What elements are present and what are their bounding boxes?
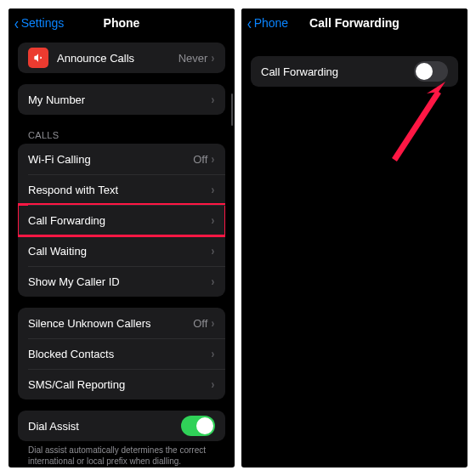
group-call-forwarding: Call Forwarding [251,56,458,87]
nav-bar: ‹ Phone Call Forwarding [241,8,468,37]
row-label: Announce Calls [57,52,178,65]
row-value: Never [178,52,208,65]
row-label: Call Forwarding [28,214,211,227]
row-value: Off [193,317,207,330]
back-button-settings[interactable]: ‹ Settings [14,8,64,37]
svg-line-0 [394,92,439,160]
annotation-arrow-icon [377,75,454,168]
row-label: Blocked Contacts [28,348,211,360]
toggle-knob [416,63,433,80]
row-my-number[interactable]: My Number › [18,84,225,115]
chevron-right-icon: › [212,93,215,106]
row-label: Dial Assist [28,420,181,433]
chevron-right-icon: › [212,244,215,258]
nav-title: Phone [104,16,140,30]
row-label: Silence Unknown Callers [28,317,193,330]
nav-title: Call Forwarding [309,16,400,30]
group-calls: Wi-Fi Calling Off › Respond with Text › … [18,144,225,297]
chevron-right-icon: › [212,316,215,330]
call-forwarding-list: Call Forwarding [241,56,468,87]
screenshot-call-forwarding: ‹ Phone Call Forwarding Call Forwarding [241,8,468,468]
chevron-left-icon: ‹ [14,14,19,31]
group-dial-assist: Dial Assist [18,411,225,441]
group-announce: Announce Calls Never › [18,42,225,73]
announce-calls-icon [28,48,48,68]
row-show-my-caller-id[interactable]: Show My Caller ID › [18,266,225,297]
chevron-right-icon: › [212,213,215,227]
row-label: Wi-Fi Calling [28,153,193,166]
chevron-right-icon: › [212,183,215,196]
settings-list: Announce Calls Never › My Number › CALLS… [8,42,235,467]
nav-bar: ‹ Settings Phone [8,8,235,37]
row-label: SMS/Call Reporting [28,378,211,391]
row-announce-calls[interactable]: Announce Calls Never › [18,42,225,73]
back-label: Phone [254,16,288,30]
row-label: Show My Caller ID [28,275,211,288]
chevron-right-icon: › [212,275,215,288]
row-wifi-calling[interactable]: Wi-Fi Calling Off › [18,144,225,174]
row-label: Call Waiting [28,245,211,258]
row-label: Respond with Text [28,184,211,196]
row-label: Call Forwarding [261,65,414,78]
row-call-forwarding-toggle[interactable]: Call Forwarding [251,56,458,87]
row-respond-with-text[interactable]: Respond with Text › [18,174,225,205]
row-blocked-contacts[interactable]: Blocked Contacts › [18,338,225,369]
group-more: Silence Unknown Callers Off › Blocked Co… [18,308,225,400]
row-dial-assist[interactable]: Dial Assist [18,411,225,441]
chevron-left-icon: ‹ [247,14,252,31]
chevron-right-icon: › [212,51,215,65]
row-sms-call-reporting[interactable]: SMS/Call Reporting › [18,369,225,400]
back-button-phone[interactable]: ‹ Phone [246,8,288,37]
screenshot-phone-settings: ‹ Settings Phone Announce Calls Never › … [8,8,235,468]
dial-assist-footer: Dial assist automatically determines the… [18,441,225,467]
back-label: Settings [21,16,65,30]
row-call-forwarding[interactable]: Call Forwarding › [18,205,225,235]
dial-assist-toggle[interactable] [181,416,215,436]
row-silence-unknown-callers[interactable]: Silence Unknown Callers Off › [18,308,225,338]
chevron-right-icon: › [212,377,215,391]
row-value: Off [193,153,207,166]
chevron-right-icon: › [212,152,215,166]
chevron-right-icon: › [212,347,215,360]
call-forwarding-toggle[interactable] [414,61,448,82]
row-label: My Number [28,94,211,106]
scrollbar[interactable] [231,94,233,126]
section-header-calls: CALLS [18,115,225,144]
group-my-number: My Number › [18,84,225,115]
toggle-knob [196,417,213,434]
row-call-waiting[interactable]: Call Waiting › [18,235,225,266]
